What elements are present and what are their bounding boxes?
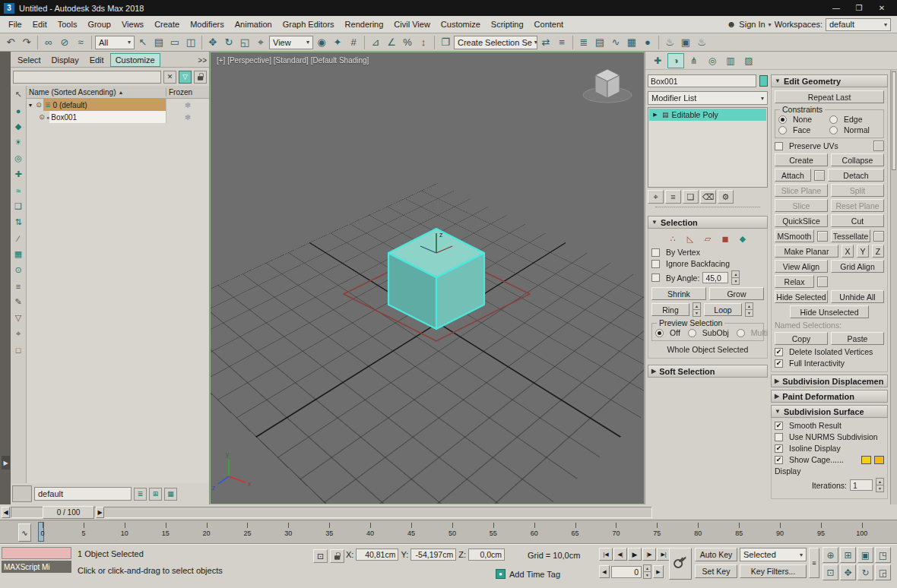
planar-x-button[interactable]: X — [842, 245, 854, 258]
rollout-subdivision-surface-header[interactable]: ▼ Subdivision Surface — [771, 405, 888, 418]
frame-back-button[interactable]: ◀ — [599, 565, 610, 578]
menu-content[interactable]: Content — [529, 17, 569, 32]
time-slider-button[interactable]: 0 / 100 — [43, 506, 94, 519]
preview-multi-radio[interactable] — [737, 329, 745, 337]
planar-y-button[interactable]: Y — [857, 245, 869, 258]
filter-cameras-icon[interactable]: ◎ — [12, 152, 25, 165]
active-layer-combo[interactable]: default — [34, 487, 132, 501]
sign-in-button[interactable]: Sign In — [739, 20, 765, 29]
reference-coordinate-combo[interactable]: View ▾ — [269, 36, 313, 49]
x-coordinate-field[interactable] — [356, 548, 398, 561]
tab-display[interactable]: Display — [47, 54, 84, 66]
tab-create-icon[interactable]: ✚ — [649, 53, 666, 68]
by-vertex-checkbox[interactable] — [651, 248, 660, 257]
tab-edit[interactable]: Edit — [85, 54, 109, 66]
use-nurms-checkbox[interactable] — [775, 433, 783, 441]
selection-set-combo[interactable]: Selected ▾ — [740, 548, 807, 561]
slice-button[interactable]: Slice — [775, 199, 828, 212]
filter-groups-icon[interactable]: ❑ — [12, 200, 25, 213]
tab-hierarchy-icon[interactable]: ⋔ — [686, 53, 702, 68]
attach-button[interactable]: Attach — [775, 169, 811, 182]
previous-frame-button[interactable]: ◀| — [613, 548, 627, 561]
repeat-last-button[interactable]: Repeat Last — [775, 90, 884, 103]
lock-explorer-icon[interactable] — [194, 71, 207, 84]
menu-graph-editors[interactable]: Graph Editors — [277, 17, 340, 32]
configure-modifier-sets-icon[interactable]: ⚙ — [718, 190, 734, 204]
collapse-button[interactable]: Collapse — [831, 153, 884, 166]
set-key-mode-button[interactable] — [669, 548, 692, 580]
bind-to-space-warp-icon[interactable]: ≈ — [73, 35, 88, 50]
tessellate-button[interactable]: Tessellate — [831, 229, 870, 242]
menu-views[interactable]: Views — [116, 17, 149, 32]
smooth-result-checkbox[interactable] — [775, 422, 783, 430]
time-step-forward-button[interactable]: ▶ — [96, 507, 104, 518]
set-key-button[interactable]: Set Key — [695, 564, 737, 578]
y-coordinate-field[interactable] — [410, 548, 456, 561]
angle-value-field[interactable] — [702, 272, 728, 283]
time-slider-track[interactable] — [11, 507, 652, 518]
object-row[interactable]: Box001 — [49, 111, 166, 123]
unlink-selection-icon[interactable]: ⊘ — [57, 35, 72, 50]
frozen-snowflake-icon[interactable]: ❄ — [166, 101, 209, 109]
menu-animation[interactable]: Animation — [230, 17, 277, 32]
filter-containers-icon[interactable]: ▦ — [12, 248, 25, 261]
constraint-none-radio[interactable] — [778, 115, 787, 124]
toggle-scene-explorer-icon[interactable]: ≣ — [576, 35, 591, 50]
selection-filter-combo[interactable]: All ▾ — [95, 36, 135, 49]
pan-view-icon[interactable]: ✥ — [840, 564, 856, 580]
curve-editor-icon[interactable]: ∿ — [608, 35, 623, 50]
app-icon[interactable]: 3 — [4, 3, 14, 14]
column-header-name[interactable]: Name (Sorted Ascending) ▲ — [27, 88, 166, 96]
menu-create[interactable]: Create — [149, 17, 185, 32]
window-crossing-icon[interactable]: ◫ — [183, 35, 198, 50]
render-production-icon[interactable]: ♨ — [694, 35, 709, 50]
constraint-face-radio[interactable] — [778, 126, 787, 134]
delete-isolated-vertices-checkbox[interactable] — [775, 348, 783, 356]
mirror-icon[interactable]: ⇄ — [538, 35, 553, 50]
attach-settings-button[interactable] — [814, 170, 825, 181]
add-time-tag[interactable]: ● Add Time Tag — [496, 569, 560, 579]
tab-modify-icon[interactable]: ◑ — [667, 53, 684, 68]
tessellate-settings-button[interactable] — [873, 231, 884, 242]
zoom-all-icon[interactable]: ⊞ — [840, 547, 856, 563]
layer-row-selected[interactable]: ≣ 0 (default) — [43, 99, 166, 111]
use-pivot-point-center-icon[interactable]: ◉ — [314, 35, 329, 50]
maximize-viewport-toggle-icon[interactable]: ◲ — [875, 564, 891, 580]
slice-plane-button[interactable]: Slice Plane — [775, 184, 828, 197]
filter-shapes-icon[interactable]: ◆ — [12, 120, 25, 133]
command-panel-scrollbar[interactable] — [890, 70, 897, 504]
constraint-normal-radio[interactable] — [829, 126, 838, 134]
filter-lights-icon[interactable]: ☀ — [12, 136, 25, 149]
by-angle-checkbox[interactable] — [651, 273, 660, 282]
visibility-eye-icon[interactable]: ⊙ — [37, 113, 46, 121]
isoline-display-checkbox[interactable] — [775, 444, 783, 453]
auto-key-button[interactable]: Auto Key — [695, 548, 737, 561]
polygon-mode-icon[interactable]: ◼ — [718, 232, 732, 245]
vertex-mode-icon[interactable]: ∴ — [666, 232, 680, 245]
perspective-viewport[interactable]: z y x z [+] [Perspective] [Standard] [De… — [210, 52, 645, 504]
rollout-edit-geometry-header[interactable]: ▼ Edit Geometry — [771, 74, 888, 87]
menu-civil-view[interactable]: Civil View — [388, 17, 435, 32]
ignore-backfacing-checkbox[interactable] — [651, 260, 660, 268]
cage-color-swatch[interactable] — [861, 456, 871, 464]
viewport-label[interactable]: [+] [Perspective] [Standard] [Default Sh… — [217, 56, 369, 65]
next-frame-button[interactable]: |▶ — [642, 548, 656, 561]
angle-spinner[interactable] — [731, 270, 740, 285]
snaps-toggle-icon[interactable]: ⊿ — [368, 35, 383, 50]
align-icon[interactable]: ≡ — [554, 35, 569, 50]
split-button[interactable]: Split — [831, 184, 884, 197]
filter-materials-icon[interactable]: ⊙ — [12, 264, 25, 277]
frame-forward-button[interactable]: ▶ — [653, 565, 664, 578]
isolate-selection-icon[interactable]: ⊡ — [313, 549, 328, 563]
track-bar[interactable]: ∿ 0 5 10 15 20 25 30 35 40 45 50 55 60 6… — [0, 520, 897, 544]
rollout-soft-selection-header[interactable]: ▶ Soft Selection — [648, 365, 768, 378]
viewcube[interactable] — [583, 69, 632, 103]
edge-mode-icon[interactable]: ◺ — [683, 232, 697, 245]
ring-button[interactable]: Ring — [651, 303, 689, 316]
detach-button[interactable]: Detach — [828, 169, 884, 182]
paste-button[interactable]: Paste — [831, 332, 884, 345]
show-end-result-icon[interactable]: ≡ — [665, 190, 681, 204]
relax-button[interactable]: Relax — [775, 275, 814, 288]
select-and-scale-icon[interactable]: ◱ — [237, 35, 252, 50]
layer-explorer-icon[interactable]: ▦ — [164, 488, 177, 501]
